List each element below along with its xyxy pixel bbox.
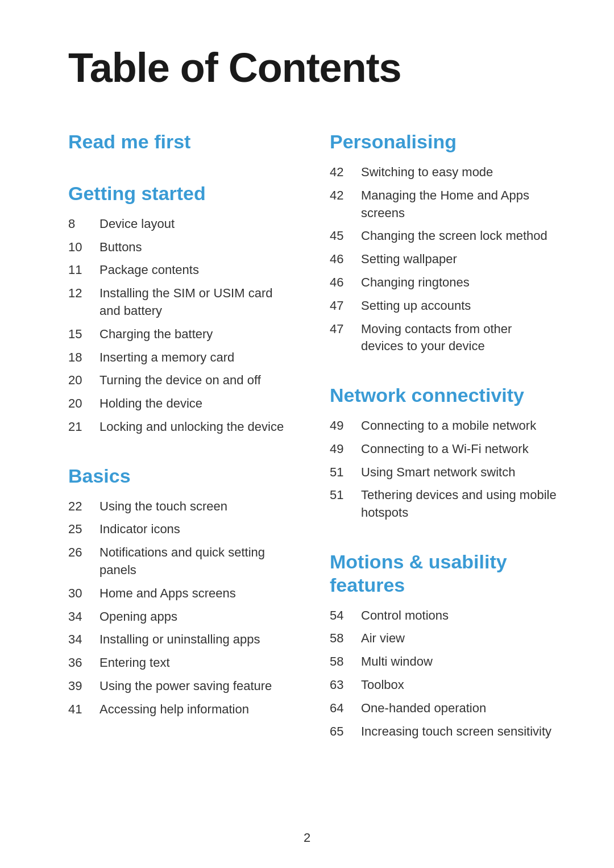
- item-text: Locking and unlocking the device: [99, 418, 284, 436]
- list-item: 54 Control motions: [330, 607, 557, 625]
- item-text: Home and Apps screens: [99, 585, 236, 603]
- item-text: Connecting to a Wi-Fi network: [361, 441, 529, 458]
- item-text: Control motions: [361, 607, 449, 625]
- page-num: 47: [330, 297, 361, 315]
- list-item: 47 Moving contacts from other devices to…: [330, 321, 557, 356]
- list-item: 18 Inserting a memory card: [68, 349, 296, 367]
- item-text: Moving contacts from other devices to yo…: [361, 321, 557, 356]
- page-num: 41: [68, 701, 99, 719]
- section-title-motions-usability: Motions & usability features: [330, 550, 557, 597]
- list-item: 42 Managing the Home and Apps screens: [330, 187, 557, 222]
- item-text: Air view: [361, 630, 405, 647]
- page-num: 47: [330, 321, 361, 338]
- page-num: 39: [68, 678, 99, 695]
- page-num: 12: [68, 285, 99, 302]
- section-title-getting-started: Getting started: [68, 182, 296, 205]
- page-num: 54: [330, 607, 361, 625]
- page-num: 46: [330, 274, 361, 292]
- section-basics: Basics 22 Using the touch screen 25 Indi…: [68, 464, 296, 719]
- item-text: Installing or uninstalling apps: [99, 631, 260, 649]
- section-title-basics: Basics: [68, 464, 296, 488]
- page-num: 20: [68, 395, 99, 413]
- page-num: 64: [330, 700, 361, 717]
- item-text: Using the touch screen: [99, 498, 227, 516]
- item-text: Inserting a memory card: [99, 349, 234, 367]
- item-text: Increasing touch screen sensitivity: [361, 723, 551, 741]
- item-text: Notifications and quick setting panels: [99, 544, 296, 579]
- page-num: 15: [68, 326, 99, 343]
- list-item: 65 Increasing touch screen sensitivity: [330, 723, 557, 741]
- item-text: Indicator icons: [99, 521, 180, 538]
- network-list: 49 Connecting to a mobile network 49 Con…: [330, 417, 557, 522]
- list-item: 47 Setting up accounts: [330, 297, 557, 315]
- item-text: Device layout: [99, 215, 175, 233]
- list-item: 34 Installing or uninstalling apps: [68, 631, 296, 649]
- list-item: 46 Setting wallpaper: [330, 251, 557, 268]
- page-num: 51: [330, 487, 361, 504]
- item-text: Opening apps: [99, 608, 177, 626]
- list-item: 30 Home and Apps screens: [68, 585, 296, 603]
- list-item: 49 Connecting to a Wi-Fi network: [330, 441, 557, 458]
- item-text: One-handed operation: [361, 700, 486, 717]
- section-personalising: Personalising 42 Switching to easy mode …: [330, 130, 557, 355]
- list-item: 39 Using the power saving feature: [68, 678, 296, 695]
- section-network-connectivity: Network connectivity 49 Connecting to a …: [330, 384, 557, 522]
- list-item: 51 Tethering devices and using mobile ho…: [330, 487, 557, 522]
- basics-list: 22 Using the touch screen 25 Indicator i…: [68, 498, 296, 719]
- item-text: Buttons: [99, 239, 142, 256]
- item-text: Connecting to a mobile network: [361, 417, 536, 435]
- list-item: 11 Package contents: [68, 261, 296, 279]
- list-item: 58 Multi window: [330, 653, 557, 671]
- page-num: 42: [330, 187, 361, 205]
- list-item: 42 Switching to easy mode: [330, 164, 557, 181]
- list-item: 26 Notifications and quick setting panel…: [68, 544, 296, 579]
- item-text: Changing ringtones: [361, 274, 470, 292]
- item-text: Using Smart network switch: [361, 464, 515, 481]
- right-column: Personalising 42 Switching to easy mode …: [330, 130, 557, 769]
- page-num: 58: [330, 630, 361, 647]
- list-item: 45 Changing the screen lock method: [330, 227, 557, 245]
- list-item: 64 One-handed operation: [330, 700, 557, 717]
- list-item: 51 Using Smart network switch: [330, 464, 557, 481]
- list-item: 34 Opening apps: [68, 608, 296, 626]
- list-item: 12 Installing the SIM or USIM card and b…: [68, 285, 296, 320]
- list-item: 25 Indicator icons: [68, 521, 296, 538]
- page-num: 36: [68, 654, 99, 672]
- left-column: Read me first Getting started 8 Device l…: [68, 130, 296, 769]
- list-item: 20 Holding the device: [68, 395, 296, 413]
- page-num: 22: [68, 498, 99, 516]
- page-num: 20: [68, 372, 99, 389]
- page-num: 25: [68, 521, 99, 538]
- page-num: 11: [68, 261, 99, 279]
- motions-list: 54 Control motions 58 Air view 58 Multi …: [330, 607, 557, 741]
- item-text: Package contents: [99, 261, 199, 279]
- section-title-personalising: Personalising: [330, 130, 557, 153]
- item-text: Toolbox: [361, 676, 404, 694]
- section-motions-usability: Motions & usability features 54 Control …: [330, 550, 557, 740]
- list-item: 41 Accessing help information: [68, 701, 296, 719]
- page-num: 34: [68, 631, 99, 649]
- item-text: Changing the screen lock method: [361, 227, 547, 245]
- item-text: Holding the device: [99, 395, 202, 413]
- item-text: Using the power saving feature: [99, 678, 272, 695]
- page-num: 34: [68, 608, 99, 626]
- item-text: Managing the Home and Apps screens: [361, 187, 557, 222]
- list-item: 36 Entering text: [68, 654, 296, 672]
- list-item: 10 Buttons: [68, 239, 296, 256]
- page-num: 49: [330, 441, 361, 458]
- page-title: Table of Contents: [68, 45, 557, 90]
- list-item: 63 Toolbox: [330, 676, 557, 694]
- list-item: 20 Turning the device on and off: [68, 372, 296, 389]
- section-title-read-me-first: Read me first: [68, 130, 296, 153]
- section-title-network-connectivity: Network connectivity: [330, 384, 557, 407]
- page-num: 21: [68, 418, 99, 436]
- page-num: 26: [68, 544, 99, 562]
- content-columns: Read me first Getting started 8 Device l…: [68, 130, 557, 769]
- page-num: 8: [68, 215, 99, 233]
- page: Table of Contents Read me first Getting …: [0, 0, 614, 868]
- item-text: Entering text: [99, 654, 170, 672]
- getting-started-list: 8 Device layout 10 Buttons 11 Package co…: [68, 215, 296, 436]
- page-num: 58: [330, 653, 361, 671]
- list-item: 21 Locking and unlocking the device: [68, 418, 296, 436]
- section-getting-started: Getting started 8 Device layout 10 Butto…: [68, 182, 296, 436]
